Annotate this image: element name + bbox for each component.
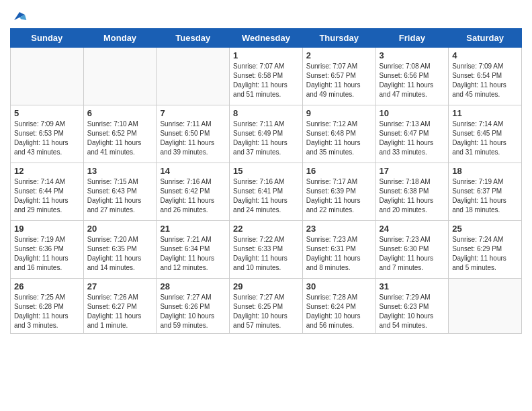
day-info: Sunrise: 7:09 AM Sunset: 6:53 PM Dayligh…	[14, 120, 80, 157]
day-info: Sunrise: 7:25 AM Sunset: 6:28 PM Dayligh…	[14, 293, 80, 330]
table-row	[83, 48, 157, 105]
day-info: Sunrise: 7:11 AM Sunset: 6:50 PM Dayligh…	[160, 120, 226, 157]
table-row: 17Sunrise: 7:18 AM Sunset: 6:38 PM Dayli…	[375, 163, 449, 221]
calendar-week-4: 19Sunrise: 7:19 AM Sunset: 6:36 PM Dayli…	[11, 221, 522, 279]
day-info: Sunrise: 7:24 AM Sunset: 6:29 PM Dayligh…	[452, 235, 518, 273]
day-info: Sunrise: 7:28 AM Sunset: 6:24 PM Dayligh…	[306, 293, 372, 330]
day-number: 29	[233, 281, 299, 291]
day-number: 13	[87, 166, 153, 176]
calendar-week-2: 5Sunrise: 7:09 AM Sunset: 6:53 PM Daylig…	[11, 105, 522, 163]
day-info: Sunrise: 7:09 AM Sunset: 6:54 PM Dayligh…	[452, 62, 518, 99]
day-info: Sunrise: 7:22 AM Sunset: 6:33 PM Dayligh…	[233, 235, 299, 273]
table-row	[449, 279, 522, 334]
day-number: 1	[233, 50, 299, 60]
table-row	[157, 48, 230, 105]
day-number: 24	[380, 224, 445, 234]
day-info: Sunrise: 7:19 AM Sunset: 6:36 PM Dayligh…	[14, 235, 80, 273]
calendar-page: Sunday Monday Tuesday Wednesday Thursday…	[0, 0, 532, 411]
day-number: 21	[160, 224, 226, 234]
day-number: 31	[380, 281, 445, 291]
day-info: Sunrise: 7:12 AM Sunset: 6:48 PM Dayligh…	[306, 120, 372, 157]
day-number: 20	[87, 224, 153, 234]
header	[10, 7, 522, 23]
table-row: 30Sunrise: 7:28 AM Sunset: 6:24 PM Dayli…	[302, 279, 375, 334]
day-number: 23	[306, 224, 372, 234]
day-info: Sunrise: 7:27 AM Sunset: 6:25 PM Dayligh…	[233, 293, 299, 330]
table-row: 23Sunrise: 7:23 AM Sunset: 6:31 PM Dayli…	[302, 221, 375, 279]
col-friday: Friday	[375, 29, 449, 48]
table-row: 26Sunrise: 7:25 AM Sunset: 6:28 PM Dayli…	[11, 279, 84, 334]
calendar-table: Sunday Monday Tuesday Wednesday Thursday…	[10, 28, 522, 334]
day-number: 5	[14, 108, 80, 118]
day-number: 22	[233, 224, 299, 234]
day-info: Sunrise: 7:10 AM Sunset: 6:52 PM Dayligh…	[87, 120, 153, 157]
day-number: 28	[160, 281, 226, 291]
col-sunday: Sunday	[11, 29, 84, 48]
calendar-week-5: 26Sunrise: 7:25 AM Sunset: 6:28 PM Dayli…	[11, 279, 522, 334]
header-row: Sunday Monday Tuesday Wednesday Thursday…	[11, 29, 522, 48]
day-number: 8	[233, 108, 299, 118]
col-thursday: Thursday	[302, 29, 375, 48]
table-row: 12Sunrise: 7:14 AM Sunset: 6:44 PM Dayli…	[11, 163, 84, 221]
day-number: 11	[452, 108, 518, 118]
table-row: 27Sunrise: 7:26 AM Sunset: 6:27 PM Dayli…	[83, 279, 157, 334]
day-number: 12	[14, 166, 80, 176]
day-number: 25	[452, 224, 518, 234]
table-row: 8Sunrise: 7:11 AM Sunset: 6:49 PM Daylig…	[230, 105, 303, 163]
logo-bird-icon	[11, 9, 28, 26]
day-info: Sunrise: 7:27 AM Sunset: 6:26 PM Dayligh…	[160, 293, 226, 330]
table-row: 15Sunrise: 7:16 AM Sunset: 6:41 PM Dayli…	[230, 163, 303, 221]
day-info: Sunrise: 7:23 AM Sunset: 6:31 PM Dayligh…	[306, 235, 372, 273]
table-row: 3Sunrise: 7:08 AM Sunset: 6:56 PM Daylig…	[375, 48, 449, 105]
day-number: 19	[14, 224, 80, 234]
day-number: 4	[452, 50, 518, 60]
table-row: 14Sunrise: 7:16 AM Sunset: 6:42 PM Dayli…	[157, 163, 230, 221]
calendar-week-1: 1Sunrise: 7:07 AM Sunset: 6:58 PM Daylig…	[11, 48, 522, 105]
table-row: 4Sunrise: 7:09 AM Sunset: 6:54 PM Daylig…	[449, 48, 522, 105]
day-info: Sunrise: 7:17 AM Sunset: 6:39 PM Dayligh…	[306, 177, 372, 215]
day-number: 3	[380, 50, 445, 60]
logo	[10, 9, 28, 23]
table-row: 10Sunrise: 7:13 AM Sunset: 6:47 PM Dayli…	[375, 105, 449, 163]
day-info: Sunrise: 7:21 AM Sunset: 6:34 PM Dayligh…	[160, 235, 226, 273]
table-row: 20Sunrise: 7:20 AM Sunset: 6:35 PM Dayli…	[83, 221, 157, 279]
day-info: Sunrise: 7:14 AM Sunset: 6:45 PM Dayligh…	[452, 120, 518, 157]
day-number: 14	[160, 166, 226, 176]
table-row: 6Sunrise: 7:10 AM Sunset: 6:52 PM Daylig…	[83, 105, 157, 163]
table-row: 16Sunrise: 7:17 AM Sunset: 6:39 PM Dayli…	[302, 163, 375, 221]
day-info: Sunrise: 7:07 AM Sunset: 6:58 PM Dayligh…	[233, 62, 299, 99]
table-row: 25Sunrise: 7:24 AM Sunset: 6:29 PM Dayli…	[449, 221, 522, 279]
col-tuesday: Tuesday	[157, 29, 230, 48]
calendar-week-3: 12Sunrise: 7:14 AM Sunset: 6:44 PM Dayli…	[11, 163, 522, 221]
day-number: 17	[380, 166, 445, 176]
day-info: Sunrise: 7:16 AM Sunset: 6:42 PM Dayligh…	[160, 177, 226, 215]
table-row: 9Sunrise: 7:12 AM Sunset: 6:48 PM Daylig…	[302, 105, 375, 163]
table-row: 24Sunrise: 7:23 AM Sunset: 6:30 PM Dayli…	[375, 221, 449, 279]
day-info: Sunrise: 7:08 AM Sunset: 6:56 PM Dayligh…	[380, 62, 445, 99]
table-row	[11, 48, 84, 105]
day-info: Sunrise: 7:13 AM Sunset: 6:47 PM Dayligh…	[380, 120, 445, 157]
day-number: 18	[452, 166, 518, 176]
day-number: 6	[87, 108, 153, 118]
col-saturday: Saturday	[449, 29, 522, 48]
table-row: 2Sunrise: 7:07 AM Sunset: 6:57 PM Daylig…	[302, 48, 375, 105]
col-monday: Monday	[83, 29, 157, 48]
day-number: 30	[306, 281, 372, 291]
day-info: Sunrise: 7:15 AM Sunset: 6:43 PM Dayligh…	[87, 177, 153, 215]
day-info: Sunrise: 7:29 AM Sunset: 6:23 PM Dayligh…	[380, 293, 445, 330]
table-row: 31Sunrise: 7:29 AM Sunset: 6:23 PM Dayli…	[375, 279, 449, 334]
day-number: 7	[160, 108, 226, 118]
table-row: 5Sunrise: 7:09 AM Sunset: 6:53 PM Daylig…	[11, 105, 84, 163]
day-info: Sunrise: 7:20 AM Sunset: 6:35 PM Dayligh…	[87, 235, 153, 273]
day-number: 15	[233, 166, 299, 176]
day-info: Sunrise: 7:26 AM Sunset: 6:27 PM Dayligh…	[87, 293, 153, 330]
table-row: 1Sunrise: 7:07 AM Sunset: 6:58 PM Daylig…	[230, 48, 303, 105]
day-info: Sunrise: 7:23 AM Sunset: 6:30 PM Dayligh…	[380, 235, 445, 273]
day-info: Sunrise: 7:19 AM Sunset: 6:37 PM Dayligh…	[452, 177, 518, 215]
day-number: 16	[306, 166, 372, 176]
day-info: Sunrise: 7:11 AM Sunset: 6:49 PM Dayligh…	[233, 120, 299, 157]
day-info: Sunrise: 7:07 AM Sunset: 6:57 PM Dayligh…	[306, 62, 372, 99]
table-row: 13Sunrise: 7:15 AM Sunset: 6:43 PM Dayli…	[83, 163, 157, 221]
table-row: 21Sunrise: 7:21 AM Sunset: 6:34 PM Dayli…	[157, 221, 230, 279]
day-info: Sunrise: 7:16 AM Sunset: 6:41 PM Dayligh…	[233, 177, 299, 215]
